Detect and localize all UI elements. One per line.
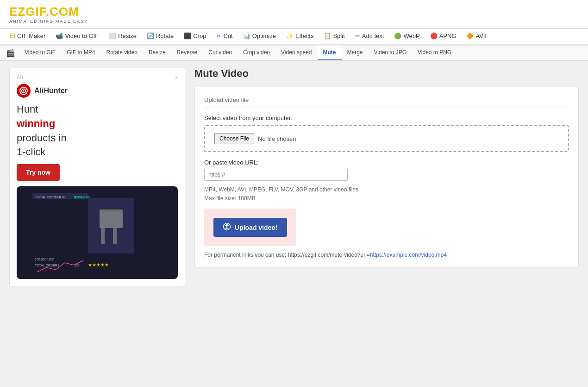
video-to-gif-icon: 📹 [56,32,63,39]
upload-section: Upload video file Select video from your… [194,87,579,268]
upload-icon [223,222,231,232]
content-area: Mute Video Upload video file Select vide… [194,68,579,286]
ad-line3: products in [17,132,67,144]
sec-nav-resize[interactable]: Resize [143,45,171,60]
top-navigation: 🎞 GIF Maker 📹 Video to GIF ⬜ Resize 🔄 Ro… [0,29,588,45]
ad-product-image: TOTAL REVENUE $100,000 100.000 USD TOTAL… [28,189,167,277]
split-icon: 📋 [324,32,331,39]
nav-item-gif-maker[interactable]: 🎞 GIF Maker [5,29,50,44]
svg-rect-9 [101,228,105,244]
ad-brand-icon [17,84,31,98]
ad-cta-button[interactable]: Try now [17,164,60,181]
ad-label: AD × [17,75,178,80]
ad-close-icon[interactable]: × [175,75,178,80]
main-layout: AD × AliHunter Hunt winning products in … [0,61,588,293]
sec-nav-video-to-gif[interactable]: Video to GIF [19,45,61,60]
svg-text:100: 100 [74,264,80,267]
webp-icon: 🟢 [394,32,401,39]
ad-image: TOTAL REVENUE $100,000 100.000 USD TOTAL… [17,186,178,279]
ad-text: Hunt winning products in 1-click [17,102,178,159]
svg-rect-10 [113,228,117,244]
select-label: Select video from your computer: [204,114,569,121]
choose-file-button[interactable]: Choose File [214,133,254,144]
nav-item-resize[interactable]: ⬜ Resize [104,29,141,44]
permalink-text: For permanent links you can use: https:/… [204,252,370,258]
file-name-display: No file chosen [258,135,296,142]
nav-label-avif: AVIF [475,32,488,39]
file-input-area: Choose File No file chosen [204,125,569,152]
permalink-info: For permanent links you can use: https:/… [204,252,569,258]
ad-text-label: AD [17,75,23,80]
ad-brand-name: AliHunter [34,87,68,95]
nav-item-apng[interactable]: 🔴 APNG [425,29,461,44]
sec-nav-rotate-video[interactable]: Rotate video [101,45,143,60]
formats-info: MP4, WebM, AVI, MPEG, FLV, MOV, 3GP and … [204,186,569,193]
nav-label-webp: WebP [403,32,419,39]
nav-label-gif-maker: GIF Maker [17,32,45,39]
nav-label-cut: Cut [223,32,232,39]
upload-button[interactable]: Upload video! [213,218,287,237]
nav-item-split[interactable]: 📋 Split [319,29,349,44]
permalink-url-link[interactable]: https://example.com/video.mp4 [370,252,447,258]
upload-section-title: Upload video file [204,96,569,108]
sec-nav-video-to-jpg[interactable]: Video to JPG [369,45,413,60]
effects-icon: ✨ [286,32,294,39]
avif-icon: 🔶 [466,32,474,39]
sec-nav-video-to-png[interactable]: Video to PNG [412,45,457,60]
svg-point-2 [23,90,25,92]
svg-text:TOTAL ORDERS: TOTAL ORDERS [35,264,60,267]
max-size-info: Max file size: 100MB [204,195,569,202]
target-icon [19,86,28,95]
logo-text: EZGIF.COM [9,5,579,19]
sidebar: AD × AliHunter Hunt winning products in … [9,68,185,286]
nav-label-effects: Effects [295,32,314,39]
advertisement: AD × AliHunter Hunt winning products in … [9,68,185,286]
logo-main-text: EZGIF.COM [9,5,79,19]
page-title: Mute Video [194,68,579,80]
nav-label-rotate: Rotate [156,32,174,39]
sec-nav-cut-video[interactable]: Cut video [203,45,238,60]
cut-icon: ✂ [216,32,221,39]
svg-rect-8 [100,212,123,228]
nav-item-add-text[interactable]: ✏ Add text [350,29,389,44]
sec-nav-mute[interactable]: Mute [318,45,342,60]
nav-item-cut[interactable]: ✂ Cut [212,29,237,44]
sec-nav-reverse[interactable]: Reverse [171,45,203,60]
nav-item-optimize[interactable]: 📊 Optimize [238,29,281,44]
sec-nav-merge[interactable]: Merge [342,45,369,60]
nav-item-effects[interactable]: ✨ Effects [281,29,319,44]
second-navigation: 🎬 Video to GIF GIF to MP4 Rotate video R… [0,45,588,61]
logo-sub-text: ANIMATED GIFS MADE EASY [9,19,579,24]
nav-label-apng: APNG [439,32,457,39]
header: EZGIF.COM ANIMATED GIFS MADE EASY [0,0,588,29]
url-input[interactable] [204,169,348,181]
svg-text:100.000 USD: 100.000 USD [35,258,54,261]
nav-item-webp[interactable]: 🟢 WebP [389,29,424,44]
svg-rect-11 [100,209,123,213]
url-label: Or paste video URL: [204,159,569,166]
svg-text:$100,000: $100,000 [74,195,90,199]
nav-label-optimize: Optimize [252,32,276,39]
nav-label-crop: Crop [193,32,206,39]
ad-line2: winning [17,118,55,129]
rotate-icon: 🔄 [147,32,154,39]
add-text-icon: ✏ [355,32,360,39]
optimize-icon: 📊 [243,32,250,39]
sec-nav-gif-to-mp4[interactable]: GIF to MP4 [61,45,100,60]
upload-button-area: Upload video! [204,209,296,246]
sec-nav-crop-video[interactable]: Crop video [238,45,275,60]
ad-brand: AliHunter [17,84,178,98]
gif-maker-icon: 🎞 [9,32,15,39]
nav-label-resize: Resize [118,32,137,39]
nav-item-rotate[interactable]: 🔄 Rotate [142,29,178,44]
video-nav-icon[interactable]: 🎬 [2,46,19,60]
nav-item-video-to-gif[interactable]: 📹 Video to GIF [51,29,103,44]
ad-line4: 1-click [17,146,45,158]
resize-icon: ⬜ [109,32,116,39]
svg-text:TOTAL REVENUE: TOTAL REVENUE [35,195,65,199]
nav-label-video-to-gif: Video to GIF [65,32,99,39]
nav-item-crop[interactable]: ⬛ Crop [179,29,211,44]
sec-nav-video-speed[interactable]: Video speed [275,45,318,60]
nav-item-avif[interactable]: 🔶 AVIF [462,29,493,44]
nav-label-split: Split [333,32,344,39]
